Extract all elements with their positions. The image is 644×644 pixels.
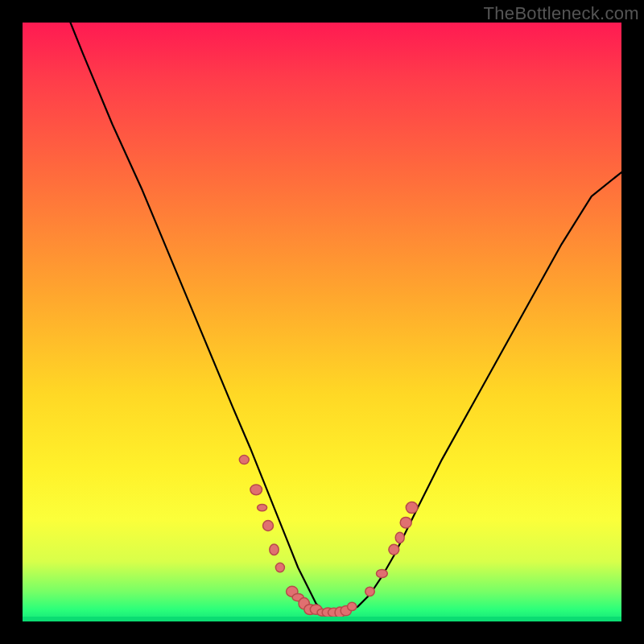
scatter-point (275, 563, 284, 572)
plot-area (23, 23, 621, 621)
scatter-point (406, 502, 418, 514)
scatter-point (258, 504, 267, 510)
chart-frame: TheBottleneck.com (0, 0, 644, 644)
scatter-point (365, 587, 375, 596)
scatter-point (400, 517, 411, 528)
scatter-point (239, 456, 249, 464)
scatter-group (239, 456, 418, 618)
chart-svg (23, 23, 621, 621)
scatter-point (395, 532, 404, 543)
scatter-point (263, 521, 274, 531)
scatter-point (250, 485, 262, 495)
scatter-point (348, 602, 357, 610)
bottleneck-curve (71, 23, 622, 614)
plot-bottom-edge (23, 617, 621, 621)
scatter-point (270, 544, 279, 555)
scatter-point (377, 570, 388, 578)
watermark-text: TheBottleneck.com (484, 3, 639, 24)
scatter-point (389, 544, 399, 555)
